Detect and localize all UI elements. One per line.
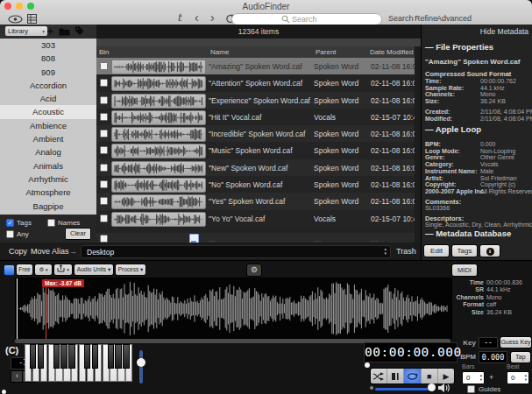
stop-button[interactable]: ■ (422, 369, 438, 383)
tag-icon[interactable] (74, 26, 84, 36)
waveform-thumbnail[interactable] (111, 60, 206, 74)
bpm-field[interactable]: 0.000 (479, 351, 507, 363)
bin-checkbox[interactable] (100, 130, 108, 137)
table-row[interactable]: "Hit It" Vocal.caf Vocals 02-15-07 10:4 (96, 109, 421, 125)
waveform-thumbnail[interactable] (111, 110, 206, 125)
play-button[interactable]: ▶ (438, 369, 454, 383)
destination-select[interactable]: Desktop ▴▾ (81, 245, 391, 258)
gear-dropdown-button[interactable]: ⚙ ▾ (34, 264, 53, 276)
table-row[interactable]: "Incredible" Spoken Word.caf Spoken Word… (96, 125, 421, 142)
bars-stepper[interactable]: 0 ▴▾ (462, 371, 485, 384)
table-row-partial[interactable]: … … … (96, 233, 421, 243)
guides-checkbox[interactable] (467, 385, 475, 393)
any-checkbox[interactable] (6, 230, 14, 238)
position-scrubber-handle[interactable] (365, 362, 370, 368)
sidebar-item[interactable]: 808 (0, 52, 96, 65)
tap-tempo-button[interactable]: Tap (510, 351, 531, 363)
list-view-icon[interactable] (27, 14, 37, 24)
column-name[interactable]: Name (210, 48, 229, 56)
copy-button[interactable]: Copy (9, 247, 27, 256)
sidebar-item[interactable]: Ambient (0, 132, 96, 145)
text-tool-icon[interactable]: t (177, 11, 181, 24)
table-row[interactable]: "Experience" Spoken Word.caf Spoken Word… (96, 92, 421, 109)
refine-button[interactable]: Refine (415, 14, 437, 23)
pitch-slider-handle[interactable] (137, 358, 145, 367)
piano-black-key[interactable] (123, 344, 129, 369)
waveform-thumbnail[interactable] (111, 212, 206, 227)
alias-button[interactable]: Alias (52, 247, 69, 256)
eye-icon[interactable] (8, 15, 23, 24)
add-collection-button[interactable]: + (47, 25, 53, 38)
volume-slider[interactable] (375, 388, 431, 390)
key-field[interactable]: -- (479, 337, 498, 348)
tags-button[interactable]: Tags (451, 244, 478, 257)
bin-checkbox[interactable] (100, 79, 108, 87)
selection-start-marker[interactable] (17, 278, 18, 339)
sidebar-item[interactable]: Analog (0, 145, 96, 158)
column-bin[interactable]: Bin (99, 48, 110, 56)
bin-checkbox[interactable] (100, 180, 108, 188)
bin-checkbox[interactable] (100, 113, 108, 121)
apple-loop-header[interactable]: — Apple Loop (425, 124, 481, 134)
waveform-thumbnail[interactable] (111, 94, 206, 109)
share-dropdown-button[interactable]: ▾ (53, 264, 73, 276)
folder-icon[interactable] (59, 27, 70, 36)
beat-stepper[interactable]: 0 ▴▾ (507, 371, 529, 384)
process-dropdown[interactable]: Process ▾ (115, 264, 146, 276)
info-button[interactable]: i (479, 244, 500, 257)
sidebar-item[interactable]: Ambience (0, 119, 96, 132)
shuffle-button[interactable] (371, 369, 387, 383)
file-properties-header[interactable]: — File Properties (425, 42, 493, 52)
stepper-icon[interactable]: ▴▾ (525, 373, 527, 382)
sidebar-item[interactable]: Acoustic (0, 105, 96, 118)
pitch-slider[interactable] (139, 350, 143, 383)
guess-key-button[interactable]: Guess Key (500, 336, 532, 348)
edit-button[interactable]: Edit (423, 244, 450, 257)
sidebar-item[interactable]: 303 (0, 39, 96, 52)
search-input[interactable] (231, 13, 382, 25)
sidebar-item[interactable]: Bagpipe (0, 200, 96, 213)
waveform-thumbnail[interactable] (111, 161, 206, 176)
speaker-icon[interactable] (438, 383, 451, 393)
bin-checkbox[interactable] (100, 164, 108, 172)
hide-metadata-button[interactable]: Hide Metadata (480, 27, 528, 36)
stepper-icon[interactable]: ▴▾ (480, 373, 482, 382)
column-date[interactable]: Date Modified (370, 48, 413, 56)
audio-units-dropdown[interactable]: Audio Units ▾ (74, 264, 114, 276)
move-button[interactable]: Move (31, 247, 50, 256)
free-button[interactable]: Free (16, 264, 33, 276)
sidebar-item[interactable]: Acid (0, 92, 96, 105)
volume-slider-handle[interactable] (428, 383, 436, 391)
names-checkbox[interactable] (47, 219, 55, 227)
bin-checkbox[interactable] (100, 146, 108, 154)
midi-button[interactable]: MIDI (451, 264, 478, 277)
table-row[interactable]: "Music" Spoken Word.caf Spoken Word 02-1… (96, 142, 421, 158)
playhead-marker[interactable] (46, 278, 46, 339)
forward-icon[interactable]: › (210, 11, 215, 24)
piano-black-key[interactable] (30, 344, 36, 369)
advanced-button[interactable]: Advanced (436, 14, 472, 23)
stepper-icon[interactable]: ▴▾ (384, 247, 387, 256)
sidebar-item[interactable]: Arrhythmic (0, 172, 96, 186)
waveform-display[interactable]: Max: -3.67 dB (15, 278, 452, 340)
table-row[interactable]: "Yes" Spoken Word.caf Spoken Word 02-11-… (96, 193, 421, 209)
app-icon[interactable] (4, 264, 15, 276)
table-row[interactable]: "New" Spoken Word.caf Spoken Word 02-11-… (96, 159, 421, 176)
waveform-thumbnail[interactable] (111, 144, 206, 158)
piano-black-key[interactable] (38, 344, 44, 369)
library-dropdown[interactable]: Library ▾ (5, 26, 47, 36)
bin-checkbox[interactable] (100, 215, 108, 222)
waveform-thumbnail[interactable] (111, 76, 206, 91)
piano-black-key[interactable] (68, 344, 74, 369)
clear-button[interactable]: Clear (65, 228, 91, 240)
sidebar-item[interactable]: Atmosphere (0, 186, 96, 199)
bin-checkbox[interactable] (100, 197, 108, 205)
table-row[interactable]: "Yo Yo" Vocal.caf Vocals 02-15-07 10:4 (96, 210, 421, 227)
play-once-button[interactable] (387, 369, 404, 383)
bin-checkbox[interactable] (100, 96, 108, 104)
table-row[interactable]: "Amazing" Spoken Word.caf Spoken Word 02… (96, 58, 421, 74)
waveform-thumbnail[interactable] (111, 194, 206, 209)
waveform-thumbnail[interactable] (111, 127, 206, 142)
trash-button[interactable]: Trash (396, 247, 416, 256)
column-parent[interactable]: Parent (316, 48, 337, 56)
